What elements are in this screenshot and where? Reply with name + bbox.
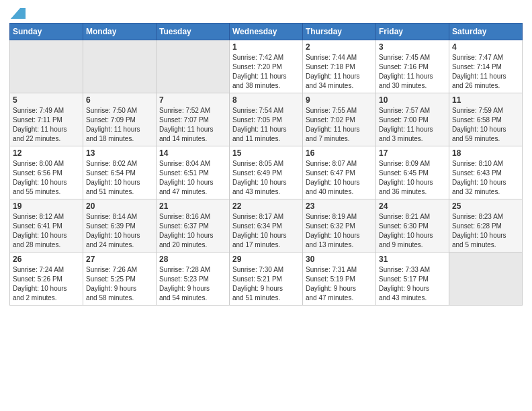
cell-day-number: 1 xyxy=(232,42,300,52)
calendar-header-row: SundayMondayTuesdayWednesdayThursdayFrid… xyxy=(10,24,523,40)
cell-info-text: Sunrise: 8:10 AM Sunset: 6:43 PM Dayligh… xyxy=(452,159,519,197)
cell-day-number: 25 xyxy=(452,201,519,211)
calendar-header-monday: Monday xyxy=(83,24,157,40)
cell-day-number: 30 xyxy=(306,255,373,264)
cell-day-number: 9 xyxy=(306,95,373,105)
calendar-cell: 1Sunrise: 7:42 AM Sunset: 7:20 PM Daylig… xyxy=(230,40,303,93)
cell-day-number: 10 xyxy=(379,95,446,105)
cell-day-number: 24 xyxy=(379,201,446,211)
calendar-week-2: 5Sunrise: 7:49 AM Sunset: 7:11 PM Daylig… xyxy=(10,93,523,146)
calendar-cell: 24Sunrise: 8:21 AM Sunset: 6:30 PM Dayli… xyxy=(376,199,449,253)
calendar-cell xyxy=(449,253,523,306)
cell-day-number: 7 xyxy=(159,95,226,105)
cell-info-text: Sunrise: 7:28 AM Sunset: 5:23 PM Dayligh… xyxy=(159,265,226,303)
cell-day-number: 18 xyxy=(452,148,519,158)
cell-info-text: Sunrise: 7:45 AM Sunset: 7:16 PM Dayligh… xyxy=(379,53,446,91)
cell-day-number: 8 xyxy=(232,95,300,105)
cell-info-text: Sunrise: 7:30 AM Sunset: 5:21 PM Dayligh… xyxy=(232,265,300,303)
cell-info-text: Sunrise: 7:33 AM Sunset: 5:17 PM Dayligh… xyxy=(379,265,446,303)
cell-info-text: Sunrise: 7:31 AM Sunset: 5:19 PM Dayligh… xyxy=(306,265,373,303)
calendar-cell: 31Sunrise: 7:33 AM Sunset: 5:17 PM Dayli… xyxy=(376,253,449,306)
cell-day-number: 20 xyxy=(86,201,153,211)
cell-info-text: Sunrise: 8:02 AM Sunset: 6:54 PM Dayligh… xyxy=(86,159,153,197)
calendar-cell: 13Sunrise: 8:02 AM Sunset: 6:54 PM Dayli… xyxy=(83,146,157,199)
calendar-cell: 27Sunrise: 7:26 AM Sunset: 5:25 PM Dayli… xyxy=(83,253,157,306)
calendar-cell: 12Sunrise: 8:00 AM Sunset: 6:56 PM Dayli… xyxy=(10,146,83,199)
header xyxy=(9,7,523,19)
cell-day-number: 31 xyxy=(379,255,446,264)
calendar-cell: 15Sunrise: 8:05 AM Sunset: 6:49 PM Dayli… xyxy=(230,146,303,199)
calendar-week-3: 12Sunrise: 8:00 AM Sunset: 6:56 PM Dayli… xyxy=(10,146,523,199)
cell-day-number: 16 xyxy=(306,148,373,158)
calendar-cell: 3Sunrise: 7:45 AM Sunset: 7:16 PM Daylig… xyxy=(376,40,449,93)
cell-day-number: 26 xyxy=(13,255,80,264)
cell-info-text: Sunrise: 8:14 AM Sunset: 6:39 PM Dayligh… xyxy=(86,212,153,250)
cell-info-text: Sunrise: 7:50 AM Sunset: 7:09 PM Dayligh… xyxy=(86,106,153,144)
cell-info-text: Sunrise: 7:24 AM Sunset: 5:26 PM Dayligh… xyxy=(13,265,80,303)
cell-info-text: Sunrise: 7:49 AM Sunset: 7:11 PM Dayligh… xyxy=(13,106,80,144)
cell-info-text: Sunrise: 8:09 AM Sunset: 6:45 PM Dayligh… xyxy=(379,159,446,197)
cell-day-number: 5 xyxy=(13,95,80,105)
cell-info-text: Sunrise: 8:12 AM Sunset: 6:41 PM Dayligh… xyxy=(13,212,80,250)
cell-day-number: 15 xyxy=(232,148,300,158)
calendar-week-4: 19Sunrise: 8:12 AM Sunset: 6:41 PM Dayli… xyxy=(10,199,523,253)
logo-icon xyxy=(11,8,26,19)
cell-day-number: 2 xyxy=(306,42,373,52)
cell-info-text: Sunrise: 8:19 AM Sunset: 6:32 PM Dayligh… xyxy=(306,212,373,250)
cell-info-text: Sunrise: 7:52 AM Sunset: 7:07 PM Dayligh… xyxy=(159,106,226,144)
calendar-cell: 6Sunrise: 7:50 AM Sunset: 7:09 PM Daylig… xyxy=(83,93,157,146)
cell-info-text: Sunrise: 7:57 AM Sunset: 7:00 PM Dayligh… xyxy=(379,106,446,144)
calendar-header-saturday: Saturday xyxy=(449,24,523,40)
cell-day-number: 14 xyxy=(159,148,226,158)
calendar-cell: 26Sunrise: 7:24 AM Sunset: 5:26 PM Dayli… xyxy=(10,253,83,306)
calendar-cell xyxy=(10,40,83,93)
cell-day-number: 11 xyxy=(452,95,519,105)
cell-info-text: Sunrise: 8:00 AM Sunset: 6:56 PM Dayligh… xyxy=(13,159,80,197)
calendar-cell: 30Sunrise: 7:31 AM Sunset: 5:19 PM Dayli… xyxy=(303,253,376,306)
calendar-cell: 16Sunrise: 8:07 AM Sunset: 6:47 PM Dayli… xyxy=(303,146,376,199)
cell-info-text: Sunrise: 8:04 AM Sunset: 6:51 PM Dayligh… xyxy=(159,159,226,197)
calendar-cell: 7Sunrise: 7:52 AM Sunset: 7:07 PM Daylig… xyxy=(157,93,230,146)
calendar-cell: 21Sunrise: 8:16 AM Sunset: 6:37 PM Dayli… xyxy=(157,199,230,253)
cell-day-number: 23 xyxy=(306,201,373,211)
page: SundayMondayTuesdayWednesdayThursdayFrid… xyxy=(0,0,532,411)
cell-info-text: Sunrise: 7:26 AM Sunset: 5:25 PM Dayligh… xyxy=(86,265,153,303)
cell-info-text: Sunrise: 7:44 AM Sunset: 7:18 PM Dayligh… xyxy=(306,53,373,91)
calendar-cell: 18Sunrise: 8:10 AM Sunset: 6:43 PM Dayli… xyxy=(449,146,523,199)
calendar-cell: 25Sunrise: 8:23 AM Sunset: 6:28 PM Dayli… xyxy=(449,199,523,253)
calendar-week-5: 26Sunrise: 7:24 AM Sunset: 5:26 PM Dayli… xyxy=(10,253,523,306)
cell-day-number: 21 xyxy=(159,201,226,211)
cell-info-text: Sunrise: 7:42 AM Sunset: 7:20 PM Dayligh… xyxy=(232,53,300,91)
cell-info-text: Sunrise: 8:17 AM Sunset: 6:34 PM Dayligh… xyxy=(232,212,300,250)
calendar-cell: 20Sunrise: 8:14 AM Sunset: 6:39 PM Dayli… xyxy=(83,199,157,253)
calendar-header-friday: Friday xyxy=(376,24,449,40)
calendar-cell: 11Sunrise: 7:59 AM Sunset: 6:58 PM Dayli… xyxy=(449,93,523,146)
cell-day-number: 3 xyxy=(379,42,446,52)
calendar-cell: 22Sunrise: 8:17 AM Sunset: 6:34 PM Dayli… xyxy=(230,199,303,253)
calendar-cell: 8Sunrise: 7:54 AM Sunset: 7:05 PM Daylig… xyxy=(230,93,303,146)
cell-info-text: Sunrise: 7:54 AM Sunset: 7:05 PM Dayligh… xyxy=(232,106,300,144)
logo xyxy=(9,7,26,19)
cell-info-text: Sunrise: 8:21 AM Sunset: 6:30 PM Dayligh… xyxy=(379,212,446,250)
calendar-cell: 10Sunrise: 7:57 AM Sunset: 7:00 PM Dayli… xyxy=(376,93,449,146)
calendar-cell: 2Sunrise: 7:44 AM Sunset: 7:18 PM Daylig… xyxy=(303,40,376,93)
cell-day-number: 13 xyxy=(86,148,153,158)
calendar-cell: 23Sunrise: 8:19 AM Sunset: 6:32 PM Dayli… xyxy=(303,199,376,253)
calendar-cell: 5Sunrise: 7:49 AM Sunset: 7:11 PM Daylig… xyxy=(10,93,83,146)
calendar-cell: 9Sunrise: 7:55 AM Sunset: 7:02 PM Daylig… xyxy=(303,93,376,146)
cell-info-text: Sunrise: 8:05 AM Sunset: 6:49 PM Dayligh… xyxy=(232,159,300,197)
calendar-header-wednesday: Wednesday xyxy=(230,24,303,40)
calendar-cell: 4Sunrise: 7:47 AM Sunset: 7:14 PM Daylig… xyxy=(449,40,523,93)
calendar-week-1: 1Sunrise: 7:42 AM Sunset: 7:20 PM Daylig… xyxy=(10,40,523,93)
cell-info-text: Sunrise: 8:23 AM Sunset: 6:28 PM Dayligh… xyxy=(452,212,519,250)
calendar-cell: 14Sunrise: 8:04 AM Sunset: 6:51 PM Dayli… xyxy=(157,146,230,199)
calendar-cell: 29Sunrise: 7:30 AM Sunset: 5:21 PM Dayli… xyxy=(230,253,303,306)
svg-marker-1 xyxy=(11,8,26,19)
calendar-cell: 17Sunrise: 8:09 AM Sunset: 6:45 PM Dayli… xyxy=(376,146,449,199)
cell-day-number: 28 xyxy=(159,255,226,264)
calendar-cell: 19Sunrise: 8:12 AM Sunset: 6:41 PM Dayli… xyxy=(10,199,83,253)
cell-info-text: Sunrise: 7:59 AM Sunset: 6:58 PM Dayligh… xyxy=(452,106,519,144)
cell-day-number: 27 xyxy=(86,255,153,264)
cell-day-number: 4 xyxy=(452,42,519,52)
cell-info-text: Sunrise: 8:07 AM Sunset: 6:47 PM Dayligh… xyxy=(306,159,373,197)
